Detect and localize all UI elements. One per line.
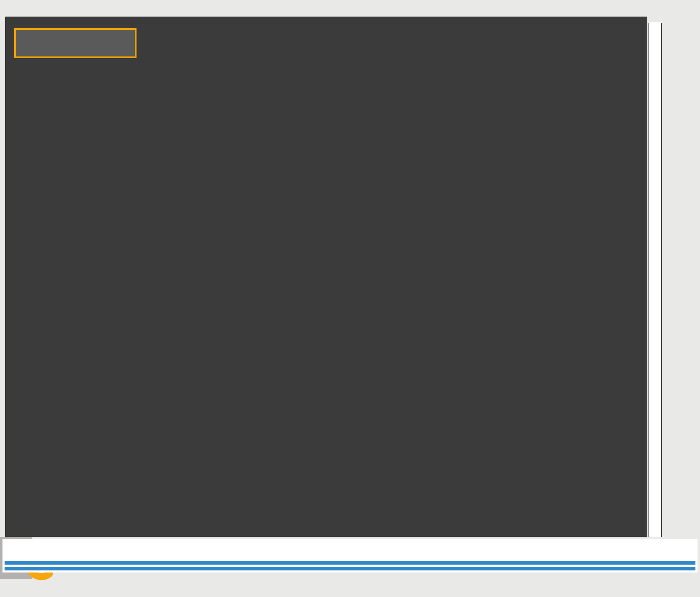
dbz-colorbar <box>649 23 700 536</box>
footer-logos <box>0 537 700 597</box>
inta-logo <box>0 537 32 579</box>
inta-bar-icon <box>5 561 695 565</box>
radar-mosaic-page <box>0 0 700 597</box>
alert-banner <box>14 28 137 58</box>
radar-map <box>6 17 647 537</box>
inta-bar-icon <box>5 567 695 570</box>
dbz-colorbar-gradient <box>649 23 662 537</box>
radar-map-panel <box>5 17 647 537</box>
inta-logo-panel <box>2 539 698 573</box>
